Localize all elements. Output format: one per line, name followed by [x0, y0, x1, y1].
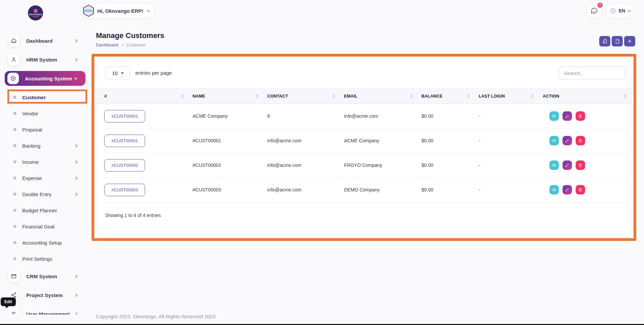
column-header-name[interactable]: NAME: [189, 88, 263, 104]
chevron-down-icon: [628, 9, 631, 12]
bullet-icon: [13, 241, 16, 244]
page-title: Manage Customers: [96, 31, 164, 40]
customer-id-badge[interactable]: #CUST00001: [104, 110, 145, 122]
delete-button[interactable]: [576, 185, 585, 194]
delete-button[interactable]: [576, 160, 585, 170]
entries-per-page-select[interactable]: 10: [105, 67, 130, 79]
plus-icon: [627, 39, 632, 44]
cell-balance: $0.00: [417, 104, 475, 129]
sidebar-item-customer[interactable]: Customer: [0, 89, 91, 105]
bullet-icon: [13, 96, 16, 99]
sidebar-item-accounting-setup[interactable]: Accounting Setup: [0, 234, 91, 251]
trash-icon: [578, 163, 582, 168]
demo-avatar-badge: DEMO: [83, 5, 94, 17]
view-button[interactable]: [549, 185, 559, 194]
view-button[interactable]: [549, 160, 559, 170]
user-greeting: Hi, Okovango ERP!: [97, 8, 143, 14]
entries-per-page-label: entries per page: [135, 70, 172, 76]
edit-button[interactable]: [563, 111, 572, 121]
column-header-last-login[interactable]: LAST LOGIN: [475, 88, 539, 104]
eye-icon: [552, 187, 556, 192]
sort-icon: [467, 94, 470, 98]
globe-icon: [610, 7, 616, 14]
customer-id-badge[interactable]: #CUST00003: [104, 184, 145, 196]
bullet-icon: [13, 128, 16, 131]
logo-tagline: [33, 16, 39, 17]
sidebar-item-financial-goal[interactable]: Financial Goal: [0, 218, 91, 234]
chevron-right-icon: [74, 176, 78, 180]
column-header-action[interactable]: ACTION: [539, 88, 632, 104]
export-button[interactable]: [612, 36, 623, 46]
language-selector[interactable]: EN: [606, 4, 634, 18]
chevron-right-icon: [74, 58, 78, 61]
cell-name: #CUST00003: [189, 178, 263, 202]
sidebar-item-proposal[interactable]: Proposal: [0, 121, 91, 138]
cube-icon: [7, 73, 19, 84]
cell-balance: $0.00: [417, 178, 475, 202]
edit-button[interactable]: [563, 185, 572, 194]
column-header-contact[interactable]: CONTACT: [263, 88, 340, 104]
column-header-id[interactable]: #: [96, 88, 189, 104]
trash-icon: [578, 139, 582, 143]
table-row: #CUST00003 #CUST00003 info@acme.com DEMO…: [96, 178, 632, 202]
sidebar-item-income[interactable]: Income: [0, 154, 91, 170]
table-row: #CUST00001 ACME Company 6 info@acme.com …: [96, 104, 632, 129]
pencil-icon: [565, 188, 569, 192]
bullet-icon: [13, 193, 16, 195]
app-logo[interactable]: OKOVANGO: [28, 5, 43, 21]
edit-button[interactable]: [563, 136, 572, 145]
sidebar-item-vendor[interactable]: Vendor: [0, 105, 91, 121]
cell-email: FROYO Company: [340, 153, 417, 178]
chevron-right-icon: [74, 312, 78, 315]
sidebar-item-print-settings[interactable]: Print Settings: [0, 251, 91, 267]
pencil-icon: [565, 139, 569, 143]
breadcrumb-dashboard-link[interactable]: Dashboard: [96, 42, 118, 47]
bullet-icon: [13, 160, 16, 163]
bullet-icon: [13, 144, 16, 147]
sidebar-item-banking[interactable]: Banking: [0, 138, 91, 154]
cell-last-login: -: [475, 129, 539, 153]
import-button[interactable]: [599, 36, 610, 46]
sidebar-item-double-entry[interactable]: Double Entry: [0, 186, 91, 202]
cell-balance: $0.00: [417, 153, 475, 178]
delete-button[interactable]: [576, 136, 585, 145]
messages-button[interactable]: 0: [587, 4, 602, 18]
user-menu[interactable]: DEMO Hi, Okovango ERP!: [81, 4, 155, 18]
view-button[interactable]: [549, 136, 559, 145]
sidebar-item-dashboard[interactable]: Dashboard: [0, 33, 91, 49]
search-input[interactable]: [559, 67, 625, 79]
file-sync-icon: [602, 39, 608, 44]
cell-last-login: -: [475, 104, 539, 129]
customer-id-badge[interactable]: #CUST00001: [104, 135, 145, 147]
sidebar-item-crm-system[interactable]: CRM System: [0, 268, 91, 284]
table-header-row: # NAME CONTACT EMAIL BALANCE LAST LOGIN …: [96, 88, 632, 104]
customer-id-badge[interactable]: #CUST00002: [104, 159, 145, 172]
sidebar-item-hrm-system[interactable]: HRM System: [0, 51, 91, 68]
sidebar-item-budget-planner[interactable]: Budget Planner: [0, 202, 91, 218]
table-row: #CUST00001 #CUST00001 info@acme.com ACME…: [96, 129, 632, 153]
eye-icon: [552, 163, 556, 168]
chevron-down-icon: [74, 76, 77, 80]
sort-icon: [531, 94, 534, 98]
sidebar-item-user-management[interactable]: User Management: [0, 306, 91, 315]
chevron-right-icon: [121, 43, 124, 46]
sidebar: Dashboard HRM System Accounting System C…: [0, 25, 91, 315]
edit-button[interactable]: [563, 160, 572, 170]
add-customer-button[interactable]: [624, 36, 635, 46]
cell-balance: $0.00: [417, 129, 475, 153]
chevron-right-icon: [74, 160, 78, 164]
delete-button[interactable]: [576, 111, 585, 121]
view-button[interactable]: [549, 111, 559, 121]
cell-email: DEMO Company: [340, 178, 417, 202]
sidebar-item-expense[interactable]: Expense: [0, 170, 91, 186]
eye-icon: [552, 138, 556, 143]
pencil-icon: [565, 114, 569, 118]
chevron-right-icon: [74, 293, 78, 297]
sidebar-item-accounting-system[interactable]: Accounting System: [5, 71, 86, 86]
column-header-email[interactable]: EMAIL: [340, 88, 417, 104]
logo-mascot-icon: [34, 9, 37, 13]
column-header-balance[interactable]: BALANCE: [417, 88, 475, 104]
trash-icon: [578, 114, 582, 118]
cell-last-login: -: [475, 153, 539, 178]
cell-email: info@acme.com: [340, 104, 417, 129]
